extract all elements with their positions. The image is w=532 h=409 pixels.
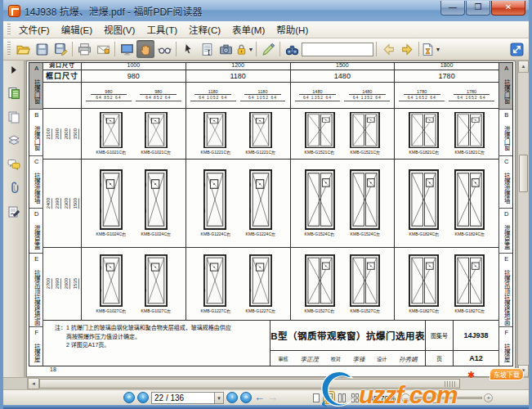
horizontal-scroll-thumb[interactable] — [39, 379, 460, 389]
door-drawing: KMB-G1821C右 — [408, 112, 440, 155]
sheet-index-tabs-left: A 抗爆门窗 B 泄爆门窗 C 抗爆泄爆墙 D 泄爆屋盖 E 抗爆吊顶抗爆楼地面… — [29, 63, 43, 366]
vertical-scrollbar[interactable]: ▲ ▼ — [517, 61, 529, 377]
scroll-left-button[interactable]: ◄ — [28, 378, 39, 389]
tab-e-kangbao-diaoding[interactable]: E 抗爆吊顶抗爆楼地面 — [499, 254, 512, 327]
search-input[interactable] — [302, 43, 373, 56]
facing-view-button[interactable] — [337, 392, 347, 403]
open-file-button[interactable] — [14, 40, 32, 58]
menu-file[interactable]: 文件(F) — [13, 21, 56, 38]
dimension-row: 98064 852 6498064 852 64 118064 1052 641… — [43, 83, 498, 108]
previous-view-button[interactable]: ← — [254, 392, 265, 403]
menu-help[interactable]: 帮助(H) — [270, 21, 314, 38]
vertical-scroll-track[interactable] — [518, 73, 529, 365]
snapshot-button[interactable] — [217, 40, 235, 58]
dropdown-caret-icon: ▼ — [248, 47, 254, 52]
find-button[interactable] — [283, 40, 301, 58]
door-label: KMB-G1824C左 — [454, 231, 485, 236]
sheet-index-tabs-right: A 抗爆门窗 B 泄爆门窗 C 抗爆泄爆墙 D 泄爆屋盖 E 抗爆吊顶抗爆楼地面… — [498, 63, 512, 366]
zoom-out-button[interactable]: – — [401, 393, 410, 402]
signature-panel-button[interactable] — [7, 204, 21, 219]
highlight-button[interactable] — [259, 40, 277, 58]
zoom-tool-button[interactable] — [155, 40, 173, 58]
page-number-input[interactable] — [151, 392, 215, 404]
single-page-view-button[interactable] — [311, 392, 321, 403]
save-button[interactable] — [33, 40, 51, 58]
first-page-button[interactable]: « — [123, 392, 135, 403]
door-label: KMB-G1224C左 — [246, 231, 276, 236]
close-button[interactable]: ✕ — [491, 1, 525, 16]
menu-tools[interactable]: 工具(T) — [141, 21, 183, 38]
vertical-scroll-thumb[interactable] — [519, 155, 528, 192]
horizontal-scrollbar[interactable]: ◄ — [3, 377, 529, 389]
text-select-button[interactable] — [198, 40, 216, 58]
tab-f-kangbao-wu[interactable]: F 抗爆屋 — [29, 327, 42, 366]
tab-b-xiebao-menchuang[interactable]: B 泄爆门窗 — [499, 110, 512, 156]
door-label: KMB-G1527C左 — [350, 308, 380, 313]
previous-page-button[interactable]: ‹ — [137, 392, 149, 403]
title-bar: 14J938 抗爆、泄爆.pdf - 福昕PDF阅读器 — ❐ ✕ — [3, 0, 529, 21]
horizontal-scroll-track[interactable] — [39, 378, 529, 389]
single-page-icon — [313, 393, 320, 402]
scroll-up-button[interactable]: ▲ — [518, 61, 529, 73]
tab-c-kangbao-xiebao-qiang[interactable]: C 抗爆泄爆墙 — [29, 156, 42, 209]
toolbar-grip — [7, 24, 11, 35]
menu-forms[interactable]: 表单(M) — [226, 21, 270, 38]
tab-d-xiebao-wugai[interactable]: D 泄爆屋盖 — [499, 209, 512, 254]
maximize-button[interactable]: ❐ — [466, 1, 490, 16]
task-pane-button[interactable]: ▼ — [422, 40, 440, 58]
zoom-slider-track[interactable] — [412, 397, 482, 399]
minimize-button[interactable]: — — [440, 1, 465, 16]
sheet-notes: 注：1 抗爆门上的玻璃由钢化玻璃和聚合物夹层组成，玻璃规格由供应 商按照爆炸压力… — [43, 321, 270, 366]
door-label: KMB-G1221C右 — [200, 149, 230, 155]
printer-icon — [78, 43, 92, 56]
door-drawing: KMB-G1221C右 — [199, 112, 232, 155]
previous-view-button[interactable] — [379, 40, 397, 58]
signature-icon — [7, 205, 20, 218]
tab-a-kangbao-menchuang[interactable]: A 抗爆门窗 — [499, 63, 512, 110]
foxit-app-icon — [8, 5, 20, 17]
print-button[interactable] — [75, 40, 93, 58]
comments-panel-button[interactable] — [7, 157, 21, 172]
door-label: KMB-G1227C右 — [200, 308, 230, 313]
document-viewport[interactable]: A 抗爆门窗 B 泄爆门窗 C 抗爆泄爆墙 D 泄爆屋盖 E 抗爆吊顶抗爆楼地面… — [25, 61, 517, 377]
continuous-view-button[interactable] — [324, 392, 334, 403]
save-as-button[interactable] — [51, 40, 69, 58]
next-page-button[interactable]: › — [226, 392, 238, 403]
continuous-facing-view-button[interactable] — [350, 392, 360, 403]
door-label: KMB-G1027C右 — [96, 308, 126, 313]
door-label: KMB-G1024C左 — [141, 231, 172, 236]
bookmarks-panel-button[interactable] — [7, 86, 21, 101]
monitor-icon — [120, 43, 134, 56]
email-button[interactable] — [94, 40, 112, 58]
pages-panel-button[interactable] — [7, 110, 21, 124]
next-view-button[interactable]: → — [267, 392, 278, 403]
menu-comments[interactable]: 注释(C) — [183, 21, 226, 38]
tab-e-kangbao-diaoding[interactable]: E 抗爆吊顶抗爆楼地面 — [29, 254, 42, 327]
hand-tool-button[interactable] — [136, 40, 154, 58]
menu-edit[interactable]: 编辑(E) — [56, 21, 98, 38]
last-page-button[interactable]: » — [240, 392, 252, 403]
door-drawing: KMB-G1024C左 — [140, 169, 172, 237]
tab-c-kangbao-xiebao-qiang[interactable]: C 抗爆泄爆墙 — [499, 156, 512, 209]
menu-view[interactable]: 视图(V) — [98, 21, 141, 38]
protect-button[interactable]: ▼ — [235, 40, 253, 58]
fullscreen-button[interactable] — [507, 40, 525, 58]
page-dropdown-button[interactable]: ▼ — [215, 392, 224, 404]
tab-a-kangbao-menchuang[interactable]: A 抗爆门窗 — [29, 63, 42, 110]
next-view-button[interactable] — [398, 40, 416, 58]
door-drawing: KMB-G1027C右 — [95, 254, 127, 314]
expand-panel-button[interactable] — [7, 62, 21, 77]
attachments-panel-button[interactable] — [7, 181, 21, 196]
sheet-bottom-band: 注：1 抗爆门上的玻璃由钢化玻璃和聚合物夹层组成，玻璃规格由供应 商按照爆炸压力… — [43, 320, 498, 366]
tab-f-kangbao-wu[interactable]: F 抗爆屋 — [499, 327, 512, 366]
layers-panel-button[interactable] — [7, 133, 21, 148]
scroll-down-button[interactable]: ▼ — [518, 365, 529, 377]
tab-d-xiebao-wugai[interactable]: D 泄爆屋盖 — [29, 209, 42, 254]
select-tool-button[interactable] — [179, 40, 197, 58]
zoom-slider-thumb[interactable] — [432, 393, 438, 403]
zoom-in-button[interactable]: + — [484, 393, 493, 402]
door-label: KMB-G1021C左 — [141, 149, 172, 155]
zoom-slider[interactable]: – + — [401, 393, 493, 402]
tab-b-xiebao-menchuang[interactable]: B 泄爆门窗 — [29, 110, 42, 156]
fit-width-button[interactable] — [118, 40, 136, 58]
